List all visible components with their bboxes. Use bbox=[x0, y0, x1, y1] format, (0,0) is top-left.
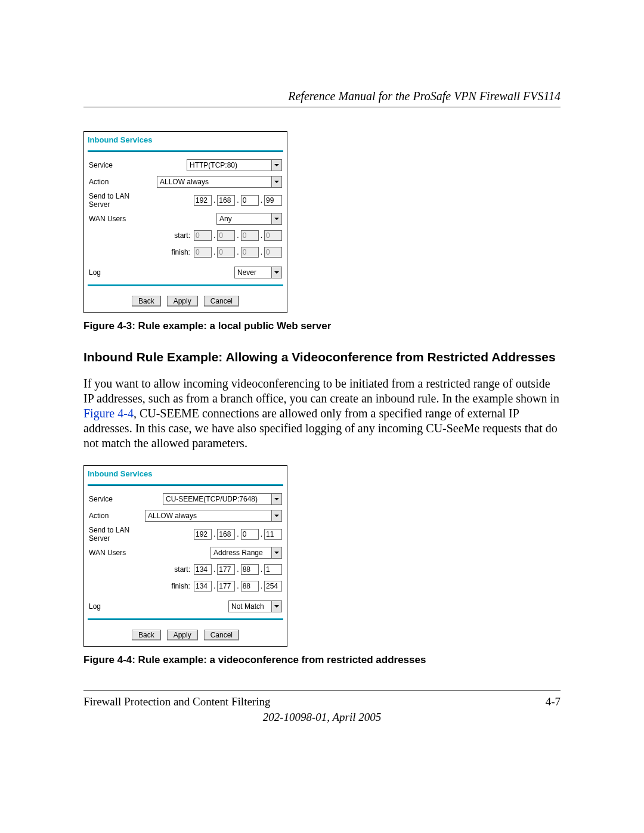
service-select[interactable]: HTTP(TCP:80) bbox=[187, 159, 282, 171]
lan-ip-3[interactable]: 0 bbox=[241, 529, 259, 540]
action-select[interactable]: ALLOW always bbox=[145, 510, 282, 522]
wan-users-label: WAN Users bbox=[89, 215, 148, 223]
finish-ip-1[interactable]: 134 bbox=[194, 581, 212, 592]
log-select[interactable]: Never bbox=[234, 267, 282, 278]
chevron-down-icon bbox=[271, 160, 281, 171]
lan-ip-1[interactable]: 192 bbox=[194, 529, 212, 540]
lan-ip-1[interactable]: 192 bbox=[194, 195, 212, 206]
finish-ip-2[interactable]: 177 bbox=[217, 581, 235, 592]
action-label: Action bbox=[89, 178, 148, 186]
back-button[interactable]: Back bbox=[132, 296, 161, 306]
footer-left: Firewall Protection and Content Filterin… bbox=[83, 695, 270, 708]
finish-ip-3: 0 bbox=[241, 247, 259, 258]
service-value: HTTP(TCP:80) bbox=[190, 161, 237, 169]
finish-ip-4[interactable]: 254 bbox=[264, 581, 282, 592]
finish-ip-4: 0 bbox=[264, 247, 282, 258]
service-label: Service bbox=[89, 161, 148, 169]
send-to-label: Send to LAN Server bbox=[89, 192, 148, 209]
start-label: start: bbox=[169, 231, 190, 240]
panel-separator bbox=[88, 150, 283, 152]
action-value: ALLOW always bbox=[160, 178, 209, 186]
send-to-label: Send to LAN Server bbox=[89, 526, 148, 543]
footer-rule bbox=[83, 690, 561, 690]
chevron-down-icon bbox=[271, 267, 281, 278]
start-label: start: bbox=[169, 565, 190, 574]
panel-title: Inbound Services bbox=[84, 132, 287, 150]
button-row: Back Apply Cancel bbox=[84, 291, 287, 312]
log-value: Never bbox=[237, 268, 256, 277]
service-label: Service bbox=[89, 495, 148, 503]
start-ip-1[interactable]: 134 bbox=[194, 564, 212, 575]
chevron-down-icon bbox=[271, 494, 281, 504]
panel-separator bbox=[88, 284, 283, 286]
figure-4-3-caption: Figure 4-3: Rule example: a local public… bbox=[83, 320, 561, 332]
start-ip-3: 0 bbox=[241, 230, 259, 241]
start-ip-2: 0 bbox=[217, 230, 235, 241]
panel-separator bbox=[88, 484, 283, 486]
finish-label: finish: bbox=[169, 582, 190, 590]
lan-ip-2[interactable]: 168 bbox=[217, 195, 235, 206]
body-paragraph: If you want to allow incoming videoconfe… bbox=[83, 376, 561, 451]
start-ip-3[interactable]: 88 bbox=[241, 564, 259, 575]
lan-ip-2[interactable]: 168 bbox=[217, 529, 235, 540]
finish-ip-2: 0 bbox=[217, 247, 235, 258]
panel-separator bbox=[88, 618, 283, 620]
log-label: Log bbox=[89, 268, 148, 277]
lan-ip-4[interactable]: 99 bbox=[264, 195, 282, 206]
action-select[interactable]: ALLOW always bbox=[157, 176, 282, 188]
figure-4-4-panel: Inbound Services Service CU-SEEME(TCP/UD… bbox=[83, 465, 287, 647]
running-header: Reference Manual for the ProSafe VPN Fir… bbox=[83, 89, 561, 103]
apply-button[interactable]: Apply bbox=[167, 296, 198, 306]
wan-users-label: WAN Users bbox=[89, 549, 148, 557]
service-value: CU-SEEME(TCP/UDP:7648) bbox=[166, 495, 258, 503]
start-ip-1: 0 bbox=[194, 230, 212, 241]
chevron-down-icon bbox=[271, 547, 281, 558]
lan-ip-4[interactable]: 11 bbox=[264, 529, 282, 540]
wan-users-select[interactable]: Any bbox=[216, 213, 282, 225]
header-rule bbox=[83, 107, 561, 107]
footer-docnum: 202-10098-01, April 2005 bbox=[83, 711, 561, 724]
chevron-down-icon bbox=[271, 601, 281, 612]
start-ip-4[interactable]: 1 bbox=[264, 564, 282, 575]
finish-label: finish: bbox=[169, 248, 190, 256]
action-value: ALLOW always bbox=[148, 512, 197, 520]
cancel-button[interactable]: Cancel bbox=[204, 296, 239, 306]
finish-ip-1: 0 bbox=[194, 247, 212, 258]
button-row: Back Apply Cancel bbox=[84, 625, 287, 646]
figure-4-3-panel: Inbound Services Service HTTP(TCP:80) Ac… bbox=[83, 131, 287, 313]
finish-ip-3[interactable]: 88 bbox=[241, 581, 259, 592]
start-ip-4: 0 bbox=[264, 230, 282, 241]
figure-4-4-caption: Figure 4-4: Rule example: a videoconfere… bbox=[83, 654, 561, 666]
footer-right: 4-7 bbox=[546, 695, 561, 708]
panel-title: Inbound Services bbox=[84, 466, 287, 484]
wan-users-value: Address Range bbox=[213, 549, 263, 557]
log-value: Not Match bbox=[231, 602, 264, 611]
back-button[interactable]: Back bbox=[132, 630, 161, 640]
wan-users-select[interactable]: Address Range bbox=[210, 547, 282, 559]
log-label: Log bbox=[89, 602, 148, 611]
chevron-down-icon bbox=[271, 176, 281, 187]
service-select[interactable]: CU-SEEME(TCP/UDP:7648) bbox=[163, 493, 282, 505]
chevron-down-icon bbox=[271, 510, 281, 521]
lan-ip-3[interactable]: 0 bbox=[241, 195, 259, 206]
chevron-down-icon bbox=[271, 213, 281, 224]
apply-button[interactable]: Apply bbox=[167, 630, 198, 640]
cancel-button[interactable]: Cancel bbox=[204, 630, 239, 640]
log-select[interactable]: Not Match bbox=[228, 600, 282, 612]
section-heading: Inbound Rule Example: Allowing a Videoco… bbox=[83, 350, 561, 364]
action-label: Action bbox=[89, 512, 140, 520]
start-ip-2[interactable]: 177 bbox=[217, 564, 235, 575]
wan-users-value: Any bbox=[219, 215, 232, 223]
figure-4-4-link[interactable]: Figure 4-4 bbox=[83, 407, 134, 420]
